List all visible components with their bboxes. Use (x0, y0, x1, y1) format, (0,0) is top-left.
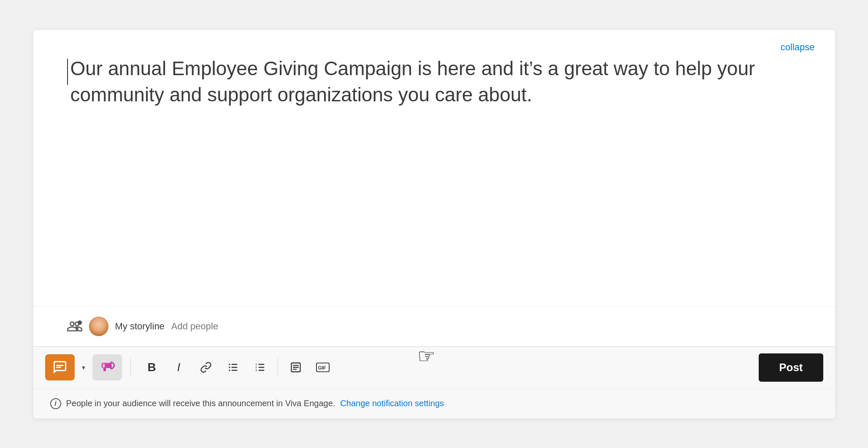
block-quote-button[interactable] (284, 356, 308, 379)
bold-button[interactable]: B (140, 356, 164, 379)
svg-text:3: 3 (255, 369, 257, 372)
divider-2 (278, 358, 278, 377)
svg-text:+: + (78, 321, 80, 324)
chat-icon (52, 360, 68, 375)
editor-text[interactable]: Our annual Employee Giving Campaign is h… (70, 55, 801, 108)
announcement-button[interactable] (92, 354, 122, 380)
svg-rect-10 (258, 364, 264, 365)
svg-rect-3 (56, 367, 61, 368)
add-people-icon[interactable]: + (67, 319, 82, 334)
avatar-face (89, 317, 108, 336)
svg-rect-5 (231, 367, 237, 368)
editor-container: collapse Our annual Employee Giving Camp… (33, 30, 835, 418)
svg-text:2: 2 (255, 366, 257, 369)
svg-rect-18 (293, 367, 299, 368)
storyline-label: My storyline (115, 321, 165, 332)
post-type-button[interactable] (45, 354, 75, 380)
svg-rect-11 (258, 367, 264, 368)
avatar (89, 317, 108, 336)
numbered-list-icon: 1 2 3 (254, 361, 266, 373)
notification-text: People in your audience will receive thi… (66, 399, 335, 408)
svg-point-8 (229, 367, 230, 368)
svg-rect-4 (231, 364, 237, 365)
add-people-label[interactable]: Add people (171, 321, 218, 332)
numbered-list-button[interactable]: 1 2 3 (248, 356, 272, 379)
megaphone-icon (100, 360, 115, 375)
gif-icon: GIF (316, 360, 330, 375)
audience-row: + My storyline Add people (33, 306, 835, 346)
svg-point-9 (229, 369, 230, 371)
svg-point-7 (229, 364, 230, 365)
divider-1 (130, 358, 131, 377)
svg-rect-17 (293, 365, 299, 366)
info-icon: i (50, 398, 61, 409)
cursor-bar (67, 59, 68, 85)
post-button[interactable]: Post (759, 353, 823, 382)
svg-rect-2 (56, 365, 64, 366)
toolbar-left: ▾ B I (45, 354, 759, 380)
cursor-hand: ☞ (417, 344, 435, 368)
change-notification-link[interactable]: Change notification settings (340, 399, 444, 408)
notification-bar: i People in your audience will receive t… (33, 388, 835, 418)
text-cursor-area: Our annual Employee Giving Campaign is h… (67, 55, 801, 108)
editor-body[interactable]: Our annual Employee Giving Campaign is h… (33, 30, 835, 306)
link-button[interactable] (194, 356, 218, 379)
gif-button[interactable]: GIF (311, 356, 335, 379)
block-quote-icon (290, 361, 302, 373)
italic-button[interactable]: I (167, 356, 191, 379)
svg-rect-6 (231, 370, 237, 371)
svg-text:GIF: GIF (318, 365, 326, 370)
svg-text:1: 1 (255, 363, 257, 366)
svg-rect-19 (293, 369, 297, 370)
bullet-list-button[interactable] (221, 356, 245, 379)
dropdown-arrow[interactable]: ▾ (76, 354, 91, 380)
svg-rect-12 (258, 370, 264, 371)
list-icon (227, 361, 239, 373)
link-icon (200, 361, 212, 373)
